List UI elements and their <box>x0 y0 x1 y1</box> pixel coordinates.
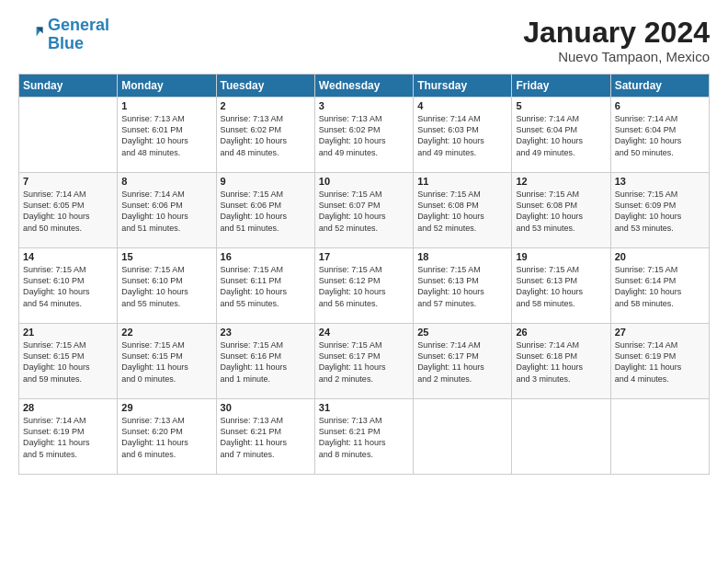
day-info: Sunrise: 7:14 AM Sunset: 6:17 PM Dayligh… <box>417 339 507 385</box>
day-info: Sunrise: 7:14 AM Sunset: 6:19 PM Dayligh… <box>23 415 113 460</box>
calendar-cell: 5Sunrise: 7:14 AM Sunset: 6:04 PM Daylig… <box>512 98 610 173</box>
day-info: Sunrise: 7:14 AM Sunset: 6:18 PM Dayligh… <box>516 339 606 385</box>
day-info: Sunrise: 7:14 AM Sunset: 6:04 PM Dayligh… <box>516 113 606 158</box>
day-number: 28 <box>23 402 113 413</box>
day-number: 23 <box>221 327 311 338</box>
day-info: Sunrise: 7:15 AM Sunset: 6:17 PM Dayligh… <box>319 339 409 385</box>
day-info: Sunrise: 7:14 AM Sunset: 6:03 PM Dayligh… <box>417 113 507 158</box>
calendar-cell: 11Sunrise: 7:15 AM Sunset: 6:08 PM Dayli… <box>414 173 512 248</box>
day-info: Sunrise: 7:13 AM Sunset: 6:21 PM Dayligh… <box>221 415 311 460</box>
day-number: 17 <box>319 251 409 262</box>
calendar-cell: 9Sunrise: 7:15 AM Sunset: 6:06 PM Daylig… <box>216 173 314 248</box>
page: General Blue January 2024 Nuevo Tampaon,… <box>0 0 728 563</box>
day-info: Sunrise: 7:13 AM Sunset: 6:20 PM Dayligh… <box>121 415 211 460</box>
calendar-cell: 10Sunrise: 7:15 AM Sunset: 6:07 PM Dayli… <box>314 173 413 248</box>
calendar-cell: 30Sunrise: 7:13 AM Sunset: 6:21 PM Dayli… <box>216 399 314 475</box>
day-number: 8 <box>121 176 211 187</box>
calendar-cell: 31Sunrise: 7:13 AM Sunset: 6:21 PM Dayli… <box>314 399 413 475</box>
calendar-cell: 15Sunrise: 7:15 AM Sunset: 6:10 PM Dayli… <box>118 248 216 324</box>
col-header-sunday: Sunday <box>19 75 118 98</box>
calendar-cell: 4Sunrise: 7:14 AM Sunset: 6:03 PM Daylig… <box>414 98 512 173</box>
logo-text: General Blue <box>48 17 109 53</box>
calendar-cell: 22Sunrise: 7:15 AM Sunset: 6:15 PM Dayli… <box>118 324 216 399</box>
day-number: 12 <box>516 176 606 187</box>
day-info: Sunrise: 7:15 AM Sunset: 6:07 PM Dayligh… <box>319 189 409 234</box>
calendar-cell: 23Sunrise: 7:15 AM Sunset: 6:16 PM Dayli… <box>216 324 314 399</box>
day-number: 30 <box>221 402 311 413</box>
day-info: Sunrise: 7:15 AM Sunset: 6:10 PM Dayligh… <box>121 264 211 309</box>
week-row-5: 28Sunrise: 7:14 AM Sunset: 6:19 PM Dayli… <box>19 399 710 475</box>
day-number: 29 <box>121 402 211 413</box>
logo: General Blue <box>18 17 109 53</box>
day-number: 11 <box>417 176 507 187</box>
header-row: SundayMondayTuesdayWednesdayThursdayFrid… <box>19 75 710 98</box>
calendar-cell: 28Sunrise: 7:14 AM Sunset: 6:19 PM Dayli… <box>19 399 118 475</box>
col-header-wednesday: Wednesday <box>314 75 413 98</box>
col-header-monday: Monday <box>118 75 216 98</box>
calendar-cell: 12Sunrise: 7:15 AM Sunset: 6:08 PM Dayli… <box>512 173 610 248</box>
day-info: Sunrise: 7:14 AM Sunset: 6:05 PM Dayligh… <box>23 189 113 234</box>
day-info: Sunrise: 7:15 AM Sunset: 6:11 PM Dayligh… <box>221 264 311 309</box>
day-info: Sunrise: 7:14 AM Sunset: 6:04 PM Dayligh… <box>615 113 705 158</box>
day-info: Sunrise: 7:15 AM Sunset: 6:15 PM Dayligh… <box>121 339 211 385</box>
day-info: Sunrise: 7:13 AM Sunset: 6:01 PM Dayligh… <box>121 113 211 158</box>
calendar-cell: 17Sunrise: 7:15 AM Sunset: 6:12 PM Dayli… <box>314 248 413 324</box>
calendar-cell: 19Sunrise: 7:15 AM Sunset: 6:13 PM Dayli… <box>512 248 610 324</box>
day-number: 26 <box>516 327 606 338</box>
week-row-1: 1Sunrise: 7:13 AM Sunset: 6:01 PM Daylig… <box>19 98 710 173</box>
calendar-cell: 13Sunrise: 7:15 AM Sunset: 6:09 PM Dayli… <box>610 173 709 248</box>
col-header-saturday: Saturday <box>610 75 709 98</box>
day-number: 3 <box>319 100 409 111</box>
calendar-cell: 29Sunrise: 7:13 AM Sunset: 6:20 PM Dayli… <box>118 399 216 475</box>
day-number: 7 <box>23 176 113 187</box>
day-number: 14 <box>23 251 113 262</box>
calendar-cell: 8Sunrise: 7:14 AM Sunset: 6:06 PM Daylig… <box>118 173 216 248</box>
calendar-cell: 24Sunrise: 7:15 AM Sunset: 6:17 PM Dayli… <box>314 324 413 399</box>
header: General Blue January 2024 Nuevo Tampaon,… <box>18 17 710 64</box>
day-number: 20 <box>615 251 705 262</box>
day-info: Sunrise: 7:15 AM Sunset: 6:09 PM Dayligh… <box>615 189 705 234</box>
day-number: 19 <box>516 251 606 262</box>
day-number: 9 <box>221 176 311 187</box>
month-title: January 2024 <box>523 17 710 49</box>
day-number: 16 <box>221 251 311 262</box>
col-header-tuesday: Tuesday <box>216 75 314 98</box>
day-number: 10 <box>319 176 409 187</box>
day-info: Sunrise: 7:15 AM Sunset: 6:14 PM Dayligh… <box>615 264 705 309</box>
day-number: 24 <box>319 327 409 338</box>
day-info: Sunrise: 7:15 AM Sunset: 6:08 PM Dayligh… <box>417 189 507 234</box>
title-block: January 2024 Nuevo Tampaon, Mexico <box>523 17 710 64</box>
calendar-cell: 16Sunrise: 7:15 AM Sunset: 6:11 PM Dayli… <box>216 248 314 324</box>
calendar-cell: 6Sunrise: 7:14 AM Sunset: 6:04 PM Daylig… <box>610 98 709 173</box>
day-info: Sunrise: 7:15 AM Sunset: 6:08 PM Dayligh… <box>516 189 606 234</box>
calendar-cell: 18Sunrise: 7:15 AM Sunset: 6:13 PM Dayli… <box>414 248 512 324</box>
calendar-cell: 1Sunrise: 7:13 AM Sunset: 6:01 PM Daylig… <box>118 98 216 173</box>
day-info: Sunrise: 7:15 AM Sunset: 6:06 PM Dayligh… <box>221 189 311 234</box>
week-row-4: 21Sunrise: 7:15 AM Sunset: 6:15 PM Dayli… <box>19 324 710 399</box>
calendar-cell: 26Sunrise: 7:14 AM Sunset: 6:18 PM Dayli… <box>512 324 610 399</box>
day-number: 6 <box>615 100 705 111</box>
day-info: Sunrise: 7:14 AM Sunset: 6:06 PM Dayligh… <box>121 189 211 234</box>
day-info: Sunrise: 7:13 AM Sunset: 6:21 PM Dayligh… <box>319 415 409 460</box>
day-info: Sunrise: 7:13 AM Sunset: 6:02 PM Dayligh… <box>319 113 409 158</box>
day-info: Sunrise: 7:15 AM Sunset: 6:13 PM Dayligh… <box>417 264 507 309</box>
calendar-cell: 20Sunrise: 7:15 AM Sunset: 6:14 PM Dayli… <box>610 248 709 324</box>
day-info: Sunrise: 7:13 AM Sunset: 6:02 PM Dayligh… <box>221 113 311 158</box>
calendar-cell: 2Sunrise: 7:13 AM Sunset: 6:02 PM Daylig… <box>216 98 314 173</box>
day-number: 15 <box>121 251 211 262</box>
day-number: 22 <box>121 327 211 338</box>
calendar-cell: 3Sunrise: 7:13 AM Sunset: 6:02 PM Daylig… <box>314 98 413 173</box>
day-info: Sunrise: 7:14 AM Sunset: 6:19 PM Dayligh… <box>615 339 705 385</box>
calendar-cell: 27Sunrise: 7:14 AM Sunset: 6:19 PM Dayli… <box>610 324 709 399</box>
logo-icon <box>18 22 44 48</box>
day-number: 27 <box>615 327 705 338</box>
calendar-cell: 21Sunrise: 7:15 AM Sunset: 6:15 PM Dayli… <box>19 324 118 399</box>
day-info: Sunrise: 7:15 AM Sunset: 6:13 PM Dayligh… <box>516 264 606 309</box>
week-row-2: 7Sunrise: 7:14 AM Sunset: 6:05 PM Daylig… <box>19 173 710 248</box>
calendar-cell: 25Sunrise: 7:14 AM Sunset: 6:17 PM Dayli… <box>414 324 512 399</box>
day-number: 31 <box>319 402 409 413</box>
day-number: 21 <box>23 327 113 338</box>
calendar-cell <box>414 399 512 475</box>
calendar-cell: 14Sunrise: 7:15 AM Sunset: 6:10 PM Dayli… <box>19 248 118 324</box>
week-row-3: 14Sunrise: 7:15 AM Sunset: 6:10 PM Dayli… <box>19 248 710 324</box>
